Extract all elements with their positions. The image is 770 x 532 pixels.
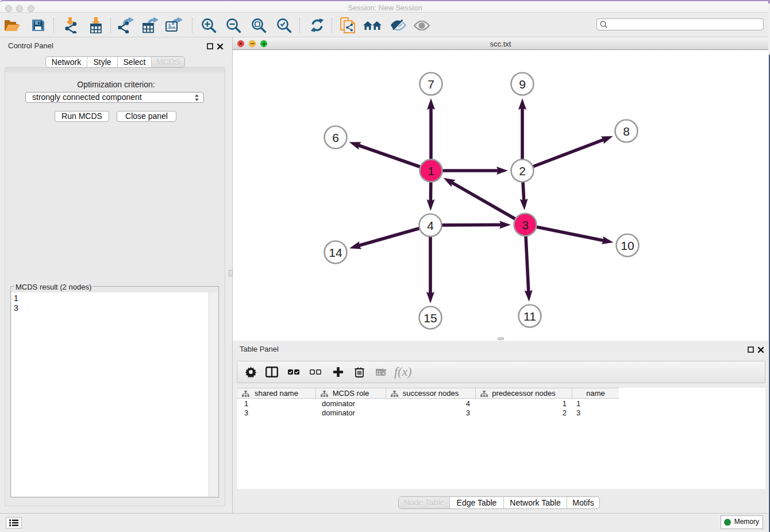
svg-text:1: 1 — [428, 164, 434, 178]
svg-text:11: 11 — [523, 310, 536, 323]
svg-text:15: 15 — [424, 311, 437, 325]
svg-text:10: 10 — [621, 239, 634, 252]
svg-text:6: 6 — [332, 131, 339, 144]
svg-text:7: 7 — [428, 78, 434, 91]
svg-text:2: 2 — [519, 164, 526, 178]
svg-text:4: 4 — [427, 219, 434, 232]
svg-text:8: 8 — [623, 125, 630, 138]
svg-text:14: 14 — [329, 246, 342, 259]
svg-text:3: 3 — [522, 218, 529, 232]
svg-text:9: 9 — [519, 78, 526, 91]
